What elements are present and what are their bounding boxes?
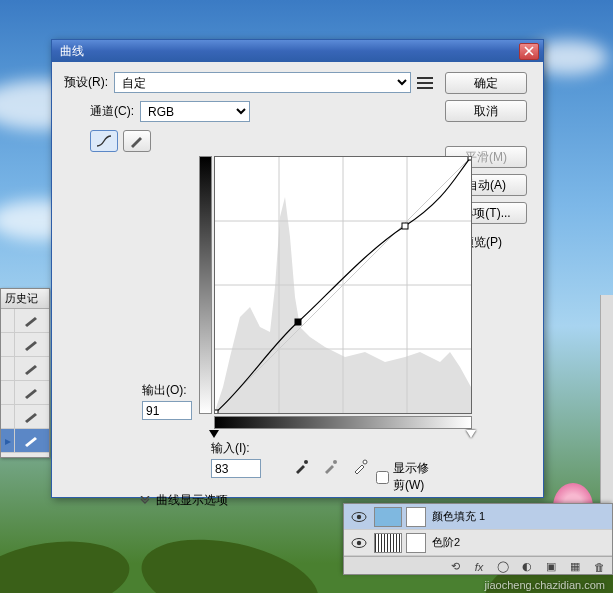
svg-point-10 xyxy=(357,514,361,518)
preset-menu-icon[interactable] xyxy=(417,77,433,89)
mask-icon[interactable]: ◯ xyxy=(496,560,510,574)
trash-icon[interactable]: 🗑 xyxy=(592,560,606,574)
layer-row[interactable]: 颜色填充 1 xyxy=(344,504,612,530)
curve-point[interactable] xyxy=(214,410,218,414)
dialog-titlebar[interactable]: 曲线 xyxy=(52,40,543,62)
eye-icon xyxy=(351,511,367,523)
pencil-icon xyxy=(129,134,145,148)
history-item[interactable] xyxy=(1,405,49,429)
curves-dialog: 曲线 预设(R): 自定 通道(C): RGB xyxy=(51,39,544,498)
white-point-slider[interactable] xyxy=(466,430,476,438)
curve-tool-button[interactable] xyxy=(90,130,118,152)
curve-graph[interactable] xyxy=(214,156,472,414)
input-gradient xyxy=(214,416,472,429)
eyedropper-icon xyxy=(293,459,309,475)
show-clipping-input[interactable] xyxy=(376,471,389,484)
history-title: 历史记 xyxy=(1,289,49,309)
pencil-tool-button[interactable] xyxy=(123,130,151,152)
history-palette: 历史记 ▸ xyxy=(0,288,50,458)
layer-row[interactable]: 色阶2 xyxy=(344,530,612,556)
history-item[interactable] xyxy=(1,381,49,405)
link-layers-icon[interactable]: ⟲ xyxy=(448,560,462,574)
show-clipping-label: 显示修剪(W) xyxy=(393,460,433,494)
layers-panel: 颜色填充 1 色阶2 ⟲ fx ◯ ◐ ▣ ▦ 🗑 xyxy=(343,503,613,575)
fx-icon[interactable]: fx xyxy=(472,560,486,574)
output-input[interactable] xyxy=(142,401,192,420)
svg-point-6 xyxy=(304,460,308,464)
layer-mask-thumbnail xyxy=(406,507,426,527)
curve-display-options[interactable]: 曲线显示选项 xyxy=(138,492,228,509)
dialog-title: 曲线 xyxy=(60,43,519,60)
curve-point[interactable] xyxy=(468,156,472,160)
layer-name: 色阶2 xyxy=(432,535,608,550)
svg-point-7 xyxy=(333,460,337,464)
output-label: 输出(O): xyxy=(142,382,192,399)
visibility-toggle[interactable] xyxy=(348,537,370,549)
black-point-slider[interactable] xyxy=(209,430,219,438)
preset-label: 预设(R): xyxy=(64,74,108,91)
layer-thumbnail xyxy=(374,507,402,527)
white-eyedropper[interactable] xyxy=(348,457,372,477)
input-input[interactable] xyxy=(211,459,261,478)
visibility-toggle[interactable] xyxy=(348,511,370,523)
layer-mask-thumbnail xyxy=(406,533,426,553)
ok-button[interactable]: 确定 xyxy=(445,72,527,94)
adjustment-icon[interactable]: ◐ xyxy=(520,560,534,574)
curve-icon xyxy=(95,134,113,148)
eye-icon xyxy=(351,537,367,549)
gray-eyedropper[interactable] xyxy=(318,457,342,477)
preset-select[interactable]: 自定 xyxy=(114,72,411,93)
close-button[interactable] xyxy=(519,43,539,60)
right-side-strip xyxy=(600,295,613,505)
curve-point-selected[interactable] xyxy=(295,319,301,325)
svg-point-12 xyxy=(357,540,361,544)
cancel-button[interactable]: 取消 xyxy=(445,100,527,122)
history-source-icon: ▸ xyxy=(5,434,11,448)
disclosure-label: 曲线显示选项 xyxy=(156,492,228,509)
watermark-text: jiaocheng.chazidian.com xyxy=(485,579,605,591)
channel-label: 通道(C): xyxy=(90,103,134,120)
channel-select[interactable]: RGB xyxy=(140,101,250,122)
input-label: 输入(I): xyxy=(211,440,261,457)
output-gradient xyxy=(199,156,212,414)
new-layer-icon[interactable]: ▦ xyxy=(568,560,582,574)
svg-point-8 xyxy=(363,460,367,464)
history-item[interactable] xyxy=(1,333,49,357)
history-item[interactable] xyxy=(1,357,49,381)
close-icon xyxy=(524,46,534,56)
curve-point[interactable] xyxy=(402,223,408,229)
black-eyedropper[interactable] xyxy=(289,457,313,477)
history-item-active[interactable]: ▸ xyxy=(1,429,49,453)
chevron-down-icon xyxy=(138,496,152,506)
eyedropper-icon xyxy=(352,459,368,475)
layer-name: 颜色填充 1 xyxy=(432,509,608,524)
show-clipping-checkbox[interactable]: 显示修剪(W) xyxy=(376,460,433,494)
group-icon[interactable]: ▣ xyxy=(544,560,558,574)
history-item[interactable] xyxy=(1,309,49,333)
layers-footer: ⟲ fx ◯ ◐ ▣ ▦ 🗑 xyxy=(344,556,612,575)
layer-thumbnail xyxy=(374,533,402,553)
eyedropper-icon xyxy=(322,459,338,475)
